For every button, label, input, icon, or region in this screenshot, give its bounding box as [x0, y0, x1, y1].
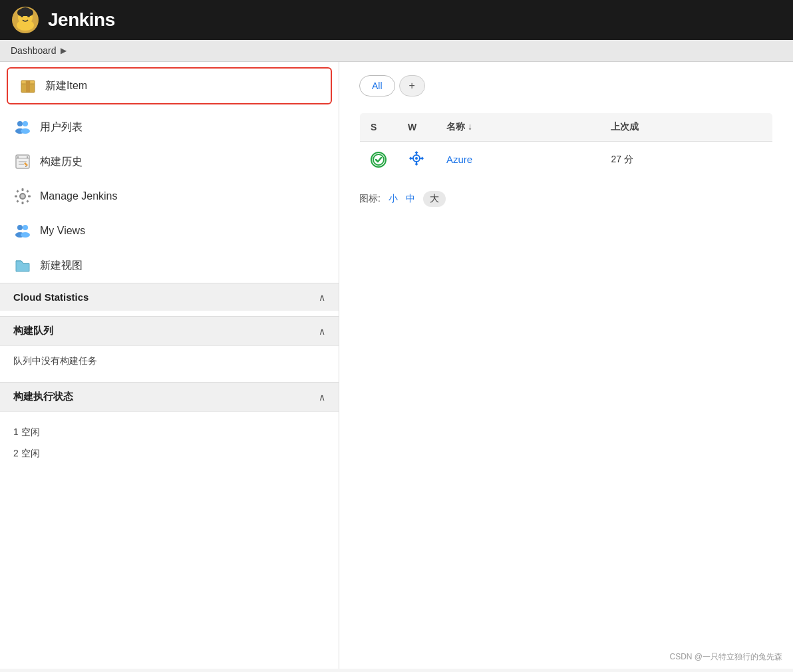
svg-point-30: [23, 225, 28, 230]
svg-rect-21: [22, 188, 24, 191]
build-exec-chevron-icon: ∧: [319, 392, 325, 403]
status-ok-icon: [371, 152, 387, 168]
row-name-cell[interactable]: Azure: [436, 142, 600, 178]
exec-item-2: 2 空闲: [13, 444, 325, 465]
svg-rect-23: [15, 196, 17, 198]
build-exec-content: 1 空闲 2 空闲: [0, 411, 339, 474]
build-queue-section-header[interactable]: 构建队列 ∧: [0, 316, 339, 345]
manage-jenkins-icon: [13, 187, 32, 206]
cloud-statistics-chevron-icon: ∧: [319, 292, 325, 303]
svg-rect-8: [26, 81, 30, 92]
exec-item-1: 1 空闲: [13, 421, 325, 444]
table-row: Azure 27 分: [360, 142, 773, 178]
icon-size-small[interactable]: 小: [389, 193, 398, 205]
row-status-cell: [360, 142, 398, 178]
svg-rect-25: [16, 190, 19, 192]
cloud-statistics-label: Cloud Statistics: [13, 291, 88, 303]
jenkins-logo-icon: [11, 5, 40, 35]
user-list-icon: [13, 118, 32, 136]
row-last-success-cell: 27 分: [600, 142, 772, 178]
svg-rect-5: [17, 9, 33, 16]
job-link-azure[interactable]: Azure: [446, 154, 472, 165]
weather-sunny-icon: [408, 150, 425, 167]
watermark: CSDN @一只特立独行的兔先森: [669, 651, 782, 663]
breadcrumb-arrow-icon: ▶: [61, 46, 67, 55]
sidebar-item-new-item[interactable]: 新建Item: [7, 67, 332, 104]
sidebar: 新建Item 用户列表: [0, 62, 339, 669]
build-history-icon: [13, 152, 32, 171]
jobs-table-header: S W 名称 ↓ 上次成: [360, 113, 773, 142]
svg-point-12: [21, 128, 30, 134]
new-item-icon: [19, 77, 37, 95]
svg-rect-24: [28, 196, 31, 198]
svg-point-35: [415, 157, 418, 160]
build-queue-empty-text: 队列中没有构建任务: [13, 355, 97, 366]
content-area: All + S W 名称 ↓ 上次成: [339, 62, 793, 669]
sidebar-item-build-history[interactable]: 构建历史: [0, 144, 339, 179]
col-name: 名称 ↓: [436, 113, 600, 142]
my-views-icon: [13, 222, 32, 240]
icon-size-large[interactable]: 大: [423, 191, 446, 207]
cloud-statistics-section-header[interactable]: Cloud Statistics ∧: [0, 283, 339, 311]
svg-point-29: [17, 225, 23, 230]
sidebar-item-my-views[interactable]: My Views: [0, 214, 339, 248]
tab-bar: All +: [359, 75, 773, 96]
col-last-success: 上次成: [600, 113, 772, 142]
build-queue-content: 队列中没有构建任务: [0, 345, 339, 377]
sidebar-item-manage-jenkins-label: Manage Jenkins: [40, 190, 118, 202]
build-queue-label: 构建队列: [13, 325, 53, 337]
svg-point-20: [21, 194, 25, 198]
svg-point-9: [17, 121, 23, 126]
build-exec-label: 构建执行状态: [13, 391, 73, 403]
svg-point-32: [21, 232, 30, 238]
icon-size-medium[interactable]: 中: [406, 193, 415, 205]
col-status: S: [360, 113, 398, 142]
sidebar-item-new-view-label: 新建视图: [40, 259, 82, 273]
jobs-table: S W 名称 ↓ 上次成: [359, 112, 773, 178]
app-header: Jenkins: [0, 0, 793, 40]
breadcrumb: Dashboard ▶: [0, 40, 793, 62]
sidebar-item-user-list[interactable]: 用户列表: [0, 110, 339, 144]
tab-all[interactable]: All: [359, 75, 395, 96]
breadcrumb-label[interactable]: Dashboard: [11, 45, 57, 56]
svg-point-10: [23, 121, 28, 126]
sidebar-item-user-list-label: 用户列表: [40, 120, 82, 134]
row-weather-cell: [397, 142, 436, 178]
icon-size-bar: 图标: 小 中 大: [359, 191, 773, 207]
svg-rect-27: [16, 200, 19, 202]
tab-add-button[interactable]: +: [399, 75, 425, 96]
col-weather: W: [397, 113, 436, 142]
sidebar-item-build-history-label: 构建历史: [40, 155, 82, 169]
svg-rect-22: [22, 202, 24, 204]
svg-rect-26: [26, 190, 29, 192]
main-layout: 新建Item 用户列表: [0, 62, 793, 669]
app-title: Jenkins: [48, 9, 115, 31]
sidebar-item-my-views-label: My Views: [40, 225, 85, 237]
build-queue-chevron-icon: ∧: [319, 326, 325, 337]
new-view-icon: [13, 256, 32, 275]
svg-rect-28: [26, 200, 29, 202]
sidebar-item-manage-jenkins[interactable]: Manage Jenkins: [0, 179, 339, 214]
build-exec-section-header[interactable]: 构建执行状态 ∧: [0, 382, 339, 411]
sidebar-item-new-item-label: 新建Item: [45, 79, 87, 93]
icon-size-label: 图标:: [359, 193, 381, 205]
sidebar-item-new-view[interactable]: 新建视图: [0, 248, 339, 283]
